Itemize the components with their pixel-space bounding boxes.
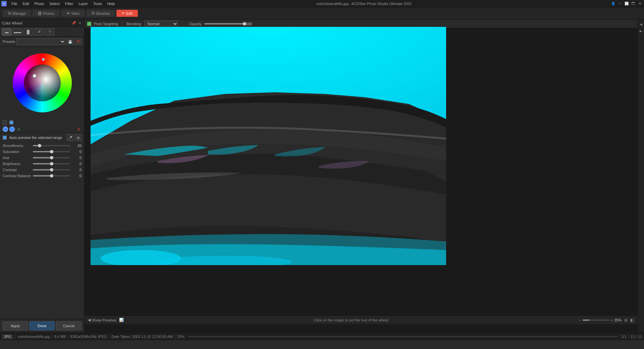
brightness-label: Brightness (3, 162, 33, 166)
status-divider-3 (68, 334, 68, 339)
show-previous-button[interactable]: ◀ Show Previous (88, 318, 116, 322)
panel-title: Color Wheel (2, 21, 70, 25)
color-target-1[interactable] (3, 127, 8, 132)
saturation-slider[interactable] (33, 151, 70, 152)
auto-preview-checkbox[interactable]: ✓ (3, 136, 7, 140)
menu-layer[interactable]: Layer (76, 1, 91, 6)
right-panel: ◀ ▶ (637, 19, 644, 332)
menu-tools[interactable]: Tools (91, 1, 105, 6)
prev-icon: ◀ (88, 318, 91, 322)
color-wheel-handle-secondary[interactable] (42, 58, 45, 61)
tab-develop[interactable]: ⚙ Develop (86, 10, 115, 17)
close-button[interactable]: ✕ (637, 1, 643, 6)
status-divider-4 (109, 334, 109, 339)
help-icon[interactable]: ? (45, 28, 54, 36)
tab-manage[interactable]: ⊞ Manage (3, 10, 31, 17)
view-small-icon[interactable]: ▬ (2, 28, 11, 36)
menu-help[interactable]: Help (105, 1, 118, 6)
view-large-icon[interactable]: █ (23, 28, 33, 36)
status-divider-1 (15, 334, 15, 339)
brightness-row: Brightness 0 (3, 162, 82, 166)
brightness-value: 0 (72, 162, 82, 166)
opacity-label: Opacity (189, 22, 202, 26)
view-icon: 👁 (66, 11, 70, 15)
blending-mode-dropdown[interactable]: Normal Multiply Screen Overlay (145, 20, 178, 27)
window-controls: 👤 ─ ⬜ 🗖 ✕ (610, 1, 643, 6)
bottom-canvas-toolbar: ◀ Show Previous 📊 Click on the image to … (85, 315, 637, 324)
presets-label: Presets (3, 40, 15, 44)
view-medium-icon[interactable]: ▬▬ (13, 28, 22, 36)
status-zoom: 25% (177, 335, 184, 339)
contrast-label: Contrast (3, 168, 33, 172)
preview-mic-icon[interactable]: 🎤 (67, 134, 73, 141)
user-icon[interactable]: 👤 (610, 1, 616, 6)
contrast-slider[interactable] (33, 169, 70, 170)
right-panel-icon-2[interactable]: ▶ (638, 28, 644, 34)
checkbox-second[interactable]: ✓ (9, 120, 13, 124)
color-targets-row: + ✕ (0, 126, 84, 133)
manage-icon: ⊞ (8, 11, 11, 15)
minimize-button[interactable]: ─ (617, 1, 623, 6)
zoom-histogram-icon[interactable]: 📊 (119, 318, 124, 322)
cancel-button[interactable]: Cancel (56, 321, 82, 330)
pixel-targeting-label: Pixel Targeting (94, 22, 118, 26)
saturation-label: Saturation (3, 150, 33, 154)
view-mode-icon-1[interactable]: ⊞ (624, 318, 628, 322)
presets-dropdown[interactable] (16, 38, 65, 45)
status-filesize: 9.4 MB (54, 335, 66, 339)
menu-file[interactable]: File (9, 1, 20, 6)
color-wheel[interactable] (13, 53, 72, 112)
right-panel-icon-1[interactable]: ◀ (638, 21, 644, 27)
auto-preview-row: ✓ Auto preview the selected range 🎤 🖥 (0, 133, 84, 142)
menu-filter[interactable]: Filter (62, 1, 76, 6)
contrast-balance-value: 0 (72, 174, 82, 178)
hue-slider[interactable] (33, 157, 70, 158)
zoom-in-button[interactable]: + (611, 318, 613, 322)
contrast-balance-slider[interactable] (33, 175, 70, 177)
view-mode-icon-2[interactable]: ◧ (630, 318, 634, 322)
presets-delete-button[interactable]: ✕ (75, 38, 82, 45)
presets-row: Presets 💾 ✕ (0, 37, 84, 47)
checkbox-first[interactable] (3, 120, 7, 124)
tab-view[interactable]: 👁 View (61, 10, 85, 17)
panel-icon-toolbar: ▬ ▬▬ █ ↺ ? (0, 27, 84, 37)
menu-edit[interactable]: Edit (20, 1, 32, 6)
canvas-area[interactable]: Pixel Targeting Blending: Normal Multipl… (85, 19, 637, 332)
panel-close-icon[interactable]: ✕ (77, 21, 82, 26)
color-target-2[interactable] (9, 127, 15, 132)
hue-label: Hue (3, 156, 33, 160)
refresh-icon[interactable]: ↺ (34, 28, 44, 36)
image-display[interactable] (91, 27, 446, 265)
main-tabs: ⊞ Manage 🖼 Photos 👁 View ⚙ Develop ✏ Edi… (3, 10, 641, 17)
canvas-hint-text: Click on the image to set the hue of the… (126, 318, 576, 322)
status-indicator: 11 / 11 (631, 335, 642, 339)
apply-button[interactable]: Apply (3, 321, 28, 330)
color-wheel-handle-main[interactable] (33, 74, 37, 78)
zoom-slider[interactable] (583, 319, 609, 321)
done-button[interactable]: Done (30, 321, 55, 330)
panel-pin-icon[interactable]: 📌 (71, 21, 76, 26)
contrast-balance-label: Contrast Balance (3, 174, 33, 178)
sliders-section: Smoothness 20 Saturation 0 Hue (0, 142, 84, 319)
tab-photos[interactable]: 🖼 Photos (33, 10, 60, 17)
preview-screen-icon[interactable]: 🖥 (75, 134, 82, 141)
contrast-value: 0 (72, 168, 82, 172)
presets-save-button[interactable]: 💾 (67, 38, 73, 45)
add-color-target-button[interactable]: + (16, 127, 21, 132)
restore-button[interactable]: ⬜ (624, 1, 629, 6)
brightness-slider[interactable] (33, 163, 70, 164)
remove-color-target-button[interactable]: ✕ (76, 127, 82, 132)
menu-select[interactable]: Select (47, 1, 62, 6)
blending-label: Blending: (126, 22, 142, 26)
opacity-slider[interactable] (204, 23, 245, 24)
pixel-targeting-checkbox[interactable] (87, 22, 91, 26)
status-progress-bar (188, 336, 618, 337)
maximize-button[interactable]: 🗖 (631, 1, 636, 6)
tab-edit[interactable]: ✏ Edit (116, 10, 138, 17)
zoom-value: 25% (614, 318, 622, 322)
menu-photo[interactable]: Photo (32, 1, 47, 6)
action-buttons: Apply Done Cancel (0, 319, 84, 332)
smoothness-slider[interactable] (33, 145, 70, 146)
zoom-out-button[interactable]: − (579, 318, 581, 322)
left-panel: Color Wheel 📌 ✕ ▬ ▬▬ █ ↺ ? Presets 💾 ✕ (0, 19, 85, 332)
